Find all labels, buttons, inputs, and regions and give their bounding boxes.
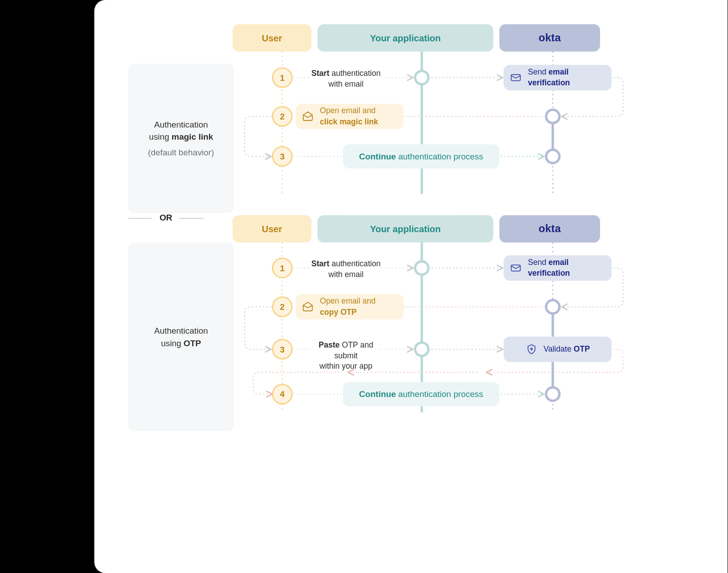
magic-open-email-box: Open email andclick magic link <box>296 104 403 129</box>
magic-open-b: click magic link <box>320 117 378 126</box>
magic-cont-a: Continue <box>359 152 396 162</box>
magic-email-b: email <box>548 67 569 76</box>
lane-user: User <box>233 24 312 52</box>
panel-otp-line1: Authentication <box>154 326 208 335</box>
lane-okta: okta <box>499 24 600 52</box>
otp-email-a: Send <box>528 258 549 267</box>
otp-open-a: Open email and <box>320 297 375 306</box>
svg-rect-27 <box>511 265 520 271</box>
otp-paste-a: Paste <box>319 340 340 349</box>
magic-start-a: Start <box>311 69 329 78</box>
magic-start-text: Start authentication with email <box>310 68 382 89</box>
mail-icon <box>510 71 522 84</box>
panel-otp: Authentication using OTP <box>128 242 234 431</box>
otp-cont-b: authentication process <box>396 389 483 399</box>
otp-okta-node-4 <box>545 386 560 402</box>
lane-app: Your application <box>318 24 494 52</box>
otp-cont-a: Continue <box>359 389 396 399</box>
otp-open-b: copy OTP <box>320 308 357 317</box>
magic-okta-node-3 <box>545 149 560 164</box>
magic-email-a: Send <box>528 67 549 76</box>
otp-paste-text: Paste OTP and submit within your app <box>307 339 386 371</box>
magic-step-1: 1 <box>272 67 293 88</box>
lane-app-otp: Your application <box>318 215 494 242</box>
otp-start-b: authentication <box>329 259 380 268</box>
svg-point-28 <box>531 348 533 350</box>
panel-magic-sub: (default behavior) <box>136 146 227 159</box>
shield-lock-icon <box>525 343 538 355</box>
otp-okta-email-box: Send emailverification <box>504 255 612 281</box>
magic-email-c: verification <box>528 78 570 87</box>
lane-okta-otp: okta <box>499 215 600 242</box>
otp-email-c: verification <box>528 269 570 278</box>
otp-start-text: Start authentication with email <box>310 258 382 279</box>
otp-app-node-1 <box>414 260 430 276</box>
otp-start-a: Start <box>311 259 329 268</box>
magic-start-b: authentication <box>329 69 380 78</box>
magic-okta-node-2 <box>545 109 560 124</box>
otp-validate-box: Validate OTP <box>504 336 612 362</box>
mail-open-icon <box>302 301 314 313</box>
magic-okta-email-box: Send emailverification <box>504 65 612 90</box>
panel-otp-line2b: OTP <box>184 338 201 348</box>
lane-user-otp: User <box>233 215 312 242</box>
panel-magic-line1: Authentication <box>154 119 208 129</box>
otp-step-1: 1 <box>272 258 293 278</box>
mail-open-icon <box>302 110 314 123</box>
otp-validate-a: Validate <box>543 344 574 353</box>
svg-rect-26 <box>511 75 520 81</box>
otp-step-2: 2 <box>272 296 293 317</box>
diagram-canvas: Authentication using magic link (default… <box>94 0 728 573</box>
separator-or: OR <box>155 213 177 223</box>
panel-magic-link: Authentication using magic link (default… <box>128 64 234 213</box>
otp-validate-b: OTP <box>574 344 590 353</box>
otp-open-email-box: Open email andcopy OTP <box>296 294 403 320</box>
otp-okta-node-2 <box>545 299 560 315</box>
panel-otp-line2a: using <box>161 338 184 348</box>
magic-open-a: Open email and <box>320 106 375 115</box>
panel-magic-line2a: using <box>149 132 172 141</box>
otp-paste-b: OTP and submit <box>335 340 374 360</box>
panel-magic-line2b: magic link <box>172 132 213 141</box>
otp-start-c: with email <box>310 269 382 280</box>
magic-cont-b: authentication process <box>396 152 483 162</box>
otp-continue-box: Continue authentication process <box>343 382 499 406</box>
magic-step-3: 3 <box>272 146 293 167</box>
mail-icon <box>510 262 522 274</box>
otp-step-3: 3 <box>272 339 293 360</box>
magic-app-node-1 <box>414 70 430 85</box>
magic-step-2: 2 <box>272 106 293 127</box>
otp-step-4: 4 <box>272 384 293 405</box>
magic-start-c: with email <box>310 79 382 89</box>
otp-email-b: email <box>548 258 569 267</box>
magic-continue-box: Continue authentication process <box>343 144 499 168</box>
otp-app-node-3 <box>414 341 430 357</box>
otp-paste-c: within your app <box>307 361 386 372</box>
